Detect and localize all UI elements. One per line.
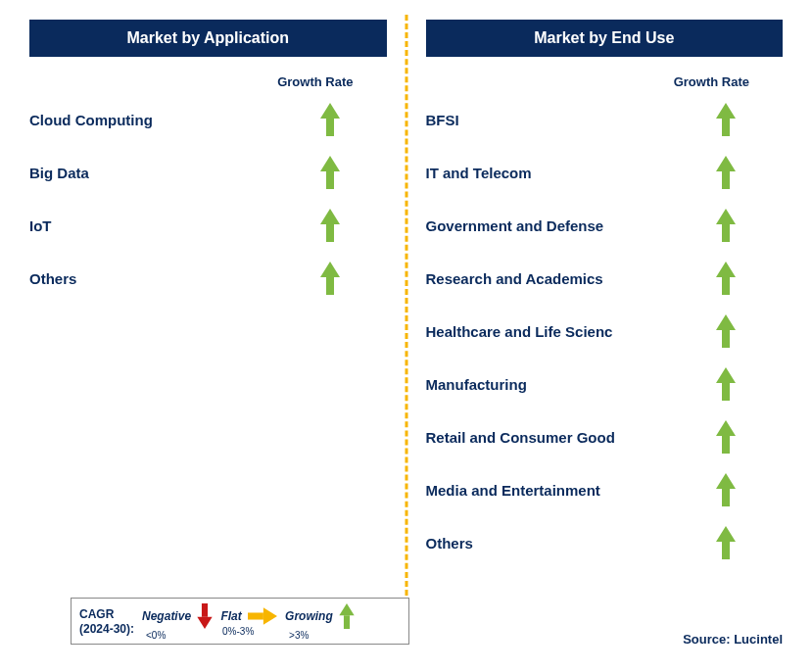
svg-rect-21 bbox=[722, 436, 730, 454]
row-label: IoT bbox=[29, 217, 52, 234]
legend-cagr: CAGR (2024-30): bbox=[79, 607, 134, 637]
chart-container: Market by Application Growth Rate Cloud … bbox=[0, 0, 812, 672]
growth-indicator bbox=[716, 209, 736, 242]
legend-flat-label: Flat bbox=[220, 609, 241, 623]
row-label: Research and Academics bbox=[426, 270, 603, 287]
svg-rect-5 bbox=[326, 224, 334, 242]
growth-indicator bbox=[716, 156, 736, 189]
legend-growing: Growing >3% bbox=[285, 603, 355, 641]
growth-indicator bbox=[320, 103, 340, 136]
table-row: Healthcare and Life Scienc bbox=[426, 314, 784, 348]
svg-marker-14 bbox=[716, 262, 736, 277]
svg-marker-0 bbox=[320, 103, 340, 119]
legend-negative: Negative <0% bbox=[142, 603, 213, 641]
svg-marker-20 bbox=[716, 420, 736, 436]
svg-rect-19 bbox=[722, 383, 730, 401]
legend-flat-range: 0%-3% bbox=[218, 626, 254, 637]
legend-negative-range: <0% bbox=[142, 630, 166, 641]
table-row: Cloud Computing bbox=[29, 103, 387, 136]
legend-negative-label: Negative bbox=[142, 609, 191, 623]
row-label: Cloud Computing bbox=[29, 112, 153, 128]
table-row: BFSI bbox=[426, 103, 784, 136]
growth-indicator bbox=[716, 367, 736, 401]
svg-marker-16 bbox=[716, 314, 736, 330]
arrow-up-icon bbox=[320, 156, 340, 189]
table-row: Retail and Consumer Good bbox=[426, 420, 784, 454]
svg-marker-22 bbox=[716, 473, 736, 489]
arrow-up-icon bbox=[716, 156, 736, 189]
svg-marker-18 bbox=[716, 367, 736, 383]
row-label: Big Data bbox=[29, 165, 89, 181]
growth-indicator bbox=[716, 420, 736, 454]
growth-indicator bbox=[716, 526, 736, 559]
arrow-up-icon bbox=[716, 473, 736, 506]
arrow-up-icon bbox=[716, 420, 736, 454]
right-header: Market by End Use bbox=[426, 20, 784, 57]
arrow-up-icon bbox=[320, 262, 340, 295]
svg-rect-11 bbox=[722, 171, 730, 189]
arrow-up-icon bbox=[716, 314, 736, 348]
row-label: BFSI bbox=[426, 112, 459, 128]
left-growth-label: Growth Rate bbox=[29, 74, 387, 89]
arrow-up-icon bbox=[716, 103, 736, 136]
arrow-up-icon bbox=[320, 209, 340, 242]
table-row: IT and Telecom bbox=[426, 156, 784, 189]
svg-rect-17 bbox=[722, 330, 730, 348]
svg-marker-12 bbox=[716, 209, 736, 224]
table-row: Others bbox=[426, 526, 784, 559]
legend: CAGR (2024-30): Negative <0% Flat 0%-3% … bbox=[71, 598, 409, 645]
legend-growing-label: Growing bbox=[285, 609, 333, 623]
row-label: IT and Telecom bbox=[426, 165, 532, 181]
table-row: Government and Defense bbox=[426, 209, 784, 242]
svg-marker-8 bbox=[716, 103, 736, 119]
svg-rect-3 bbox=[326, 171, 334, 189]
growth-indicator bbox=[320, 156, 340, 189]
arrow-right-icon bbox=[248, 607, 277, 625]
right-column: Market by End Use Growth Rate BFSIIT and… bbox=[406, 20, 803, 662]
table-row: Manufacturing bbox=[426, 367, 784, 401]
legend-cagr-line2: (2024-30): bbox=[79, 622, 134, 636]
svg-rect-13 bbox=[722, 224, 730, 242]
table-row: Research and Academics bbox=[426, 262, 784, 295]
growth-indicator bbox=[320, 262, 340, 295]
growth-indicator bbox=[716, 262, 736, 295]
growth-indicator bbox=[320, 209, 340, 242]
svg-rect-23 bbox=[722, 489, 730, 506]
svg-marker-10 bbox=[716, 156, 736, 171]
row-label: Retail and Consumer Good bbox=[426, 429, 615, 446]
growth-indicator bbox=[716, 473, 736, 506]
table-row: Big Data bbox=[29, 156, 387, 189]
svg-rect-9 bbox=[722, 119, 730, 136]
svg-marker-27 bbox=[197, 617, 212, 629]
right-rows: BFSIIT and TelecomGovernment and Defense… bbox=[426, 103, 784, 559]
row-label: Media and Entertainment bbox=[426, 482, 600, 499]
svg-rect-25 bbox=[722, 542, 730, 559]
table-row: IoT bbox=[29, 209, 387, 242]
left-header: Market by Application bbox=[29, 20, 387, 57]
row-label: Government and Defense bbox=[426, 217, 604, 234]
row-label: Others bbox=[426, 535, 473, 552]
svg-marker-30 bbox=[339, 603, 354, 615]
row-label: Manufacturing bbox=[426, 376, 527, 393]
svg-rect-28 bbox=[248, 612, 263, 619]
right-growth-label: Growth Rate bbox=[426, 74, 784, 89]
svg-marker-2 bbox=[320, 156, 340, 171]
arrow-up-icon bbox=[716, 262, 736, 295]
growth-indicator bbox=[716, 103, 736, 136]
svg-rect-1 bbox=[326, 119, 334, 136]
svg-marker-6 bbox=[320, 262, 340, 277]
source-label: Source: Lucintel bbox=[683, 632, 783, 647]
growth-indicator bbox=[716, 314, 736, 348]
svg-rect-31 bbox=[344, 615, 350, 629]
arrow-up-icon bbox=[339, 603, 355, 629]
row-label: Healthcare and Life Scienc bbox=[426, 323, 613, 340]
svg-rect-7 bbox=[326, 277, 334, 295]
arrow-up-icon bbox=[716, 209, 736, 242]
legend-cagr-line1: CAGR bbox=[79, 607, 114, 621]
row-label: Others bbox=[29, 270, 76, 287]
left-rows: Cloud ComputingBig DataIoTOthers bbox=[29, 103, 387, 295]
svg-rect-26 bbox=[202, 603, 208, 617]
arrow-up-icon bbox=[716, 367, 736, 401]
svg-marker-4 bbox=[320, 209, 340, 224]
table-row: Media and Entertainment bbox=[426, 473, 784, 506]
